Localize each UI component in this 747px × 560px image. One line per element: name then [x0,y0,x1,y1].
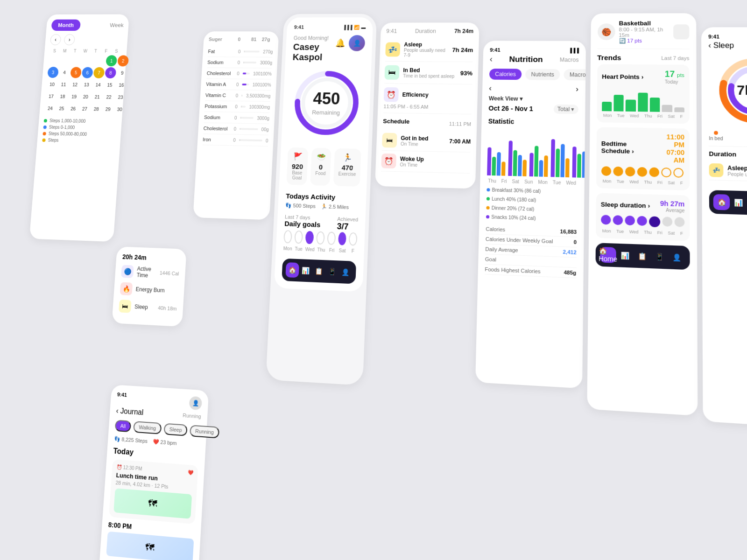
sleep-dot-2 [613,215,623,225]
cal-day[interactable]: 22 [103,91,115,103]
bar-green-sat [534,146,538,176]
tag-running[interactable]: Running [190,425,219,438]
cal-day[interactable] [60,55,71,66]
legend-lunch: Lunch 40% (180 cal) [486,196,536,203]
sleep-duration-days: MonTueWedThuFriSatF [600,228,684,236]
cal-day[interactable] [48,55,60,66]
journal-tags: All Walking Sleep Running [115,420,201,437]
cal-day[interactable]: 2 [117,55,129,66]
calories-tab[interactable]: Calories [489,69,522,80]
nav-profile[interactable]: 👤 [338,265,352,280]
back-button[interactable]: ‹ [490,55,493,64]
cal-day[interactable]: 1 [106,55,117,66]
cal-day[interactable]: 8 [105,67,116,78]
base-goal-value: 920 [292,162,303,170]
sleep-back-button[interactable]: ‹ Sleep [708,42,734,50]
got-in-bed-label: Got in bed [401,135,445,142]
tag-sleep[interactable]: Sleep [163,423,187,436]
steps-label: 👣 500 Steps [285,203,316,210]
cal-day[interactable]: 16 [115,79,127,91]
prev-week-button[interactable]: ‹ [489,84,492,92]
nav-chart[interactable]: 📊 [299,263,313,278]
macros-tab[interactable]: Macros [564,69,585,80]
macro-stats-row: 🚩 920 Base Goal 🥗 0 Food 🏃 470 Ex [287,147,361,187]
cal-day[interactable]: 13 [81,79,92,90]
legend-dinner: Dinner 20% (72 cal) [486,205,534,212]
food-icon: 🥗 [316,153,327,161]
next-month-button[interactable]: › [64,34,76,45]
journal-phone-card: 9:41 👤 ‹ Journal Running All Walking Sle… [98,385,209,560]
bar-orange-thu [501,161,506,175]
inbed-label2: In bed [709,136,723,141]
cal-day[interactable]: 3 [47,67,59,78]
cal-day[interactable]: 6 [82,67,93,78]
trends-nav-list[interactable]: 📋 [634,248,650,265]
next-week-button[interactable]: › [576,85,578,93]
main-phone-card: 9:41 ▐▐▐ 📶 ▬ Good Morning! Casey Kaspol [266,14,377,385]
legend-snacks: Snacks 10% (24 cal) [486,214,536,221]
nav-home[interactable]: 🏠 [286,262,300,278]
notification-bell-icon[interactable]: 🔔 [335,38,345,48]
cal-day[interactable]: 17 [45,91,57,102]
cal-day[interactable]: 20 [80,91,92,102]
cal-day[interactable]: 11 [58,79,70,90]
cal-day[interactable]: 27 [79,103,91,114]
nutrition-chart: Statistic [486,118,578,223]
cal-day[interactable]: 24 [44,103,56,114]
trends-nav-phone[interactable]: 📱 [651,249,668,265]
flag-icon: 🚩 [292,152,304,161]
week-button[interactable]: Week [110,22,124,28]
tag-all[interactable]: All [115,420,132,433]
cal-day[interactable]: 19 [68,91,80,102]
cal-day[interactable]: 7 [93,67,105,78]
trends-nav-home[interactable]: 🏠 Home [600,247,616,263]
trends-card: 🏀 Basketball 8:00 - 9:15 AM, 1h 15m 🔄 17… [587,13,698,416]
achieved-value: 3/7 [337,222,358,232]
cal-day[interactable]: 14 [92,79,104,91]
stat-row-sleep: 🛏 Sleep 40h 18m [119,300,177,315]
bar-purple-sat [529,153,534,176]
entry-2-map: 🗺 [106,532,194,560]
cal-day[interactable]: 18 [57,91,69,102]
tag-walking[interactable]: Walking [133,421,162,434]
total-button[interactable]: Total ▾ [553,105,578,114]
cal-day[interactable]: 30 [114,104,126,115]
cal-day[interactable]: 12 [69,79,81,90]
cal-day[interactable] [83,55,94,66]
cal-day[interactable]: 25 [56,103,68,114]
cal-day[interactable]: 4 [59,67,70,78]
battery-icon: ▬ [361,25,366,29]
bars-chart [487,129,578,178]
cal-day[interactable] [71,55,83,66]
sleep-nav-chart[interactable]: 📊 [730,195,747,211]
journal-back[interactable]: ‹ Journal [116,406,144,417]
trends-nav-chart[interactable]: 📊 [617,247,633,264]
trends-nav-profile[interactable]: 👤 [669,249,685,266]
energy-burn-icon: 🔥 [120,282,133,296]
sport-image [673,24,689,39]
exercise-label: Exercise [338,171,356,177]
cal-day[interactable]: 26 [67,103,79,114]
goal-dot-thu [316,231,325,245]
prev-month-button[interactable]: ‹ [50,34,61,45]
cal-day[interactable]: 21 [92,91,103,102]
sleep-nav-home[interactable]: 🏠 [713,194,730,210]
macro-row-vitamina: Vitamin A 0 100 100% [206,79,271,91]
cal-day[interactable]: 23 [115,91,127,103]
bar-purple-thu [487,147,492,175]
cal-day[interactable]: 9 [116,67,128,78]
nutrients-tab[interactable]: Nutrients [525,69,560,80]
bedtime-morning: 07:00 AM [656,148,684,164]
nav-phone[interactable]: 📱 [325,264,339,279]
sleep-avg-value: 9h 27m [660,199,685,208]
nav-list[interactable]: 📋 [312,263,326,279]
cal-day[interactable]: 15 [104,79,116,91]
cal-day[interactable] [94,55,106,66]
cal-day[interactable]: 10 [46,79,58,90]
cal-day[interactable]: 29 [102,104,114,115]
sched-dot-5 [649,167,659,177]
month-button[interactable]: Month [51,20,81,31]
cal-day[interactable]: 28 [91,103,102,114]
cal-day[interactable]: 5 [70,67,82,78]
trends-sub: Last 7 days [661,55,689,61]
